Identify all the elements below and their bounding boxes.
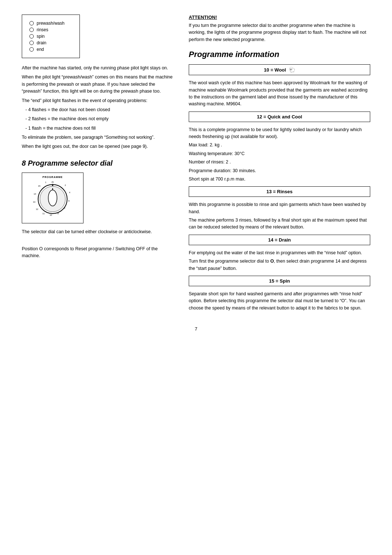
svg-text:1: 1 [45,181,46,183]
pilot-light-item: spin [29,34,72,39]
prog-13-description: With this programme is possible to rinse… [189,201,370,231]
pilot-light-item: prewash/wash [29,21,72,26]
pilot-light-item: end [29,47,72,52]
prog-13-label: 13 = Rinses [266,189,293,194]
left-paragraph: When the pilot light “prewash/wash” come… [22,74,174,95]
prog-12-desc-line: This is a complete programme to be used … [189,126,370,141]
left-paragraph: After the machine has started, only the … [22,65,174,72]
prog-14-desc-line: Turn first the programme selector dial t… [189,258,370,272]
svg-text:2: 2 [65,184,66,186]
section8-heading: 8 Programme selector dial [22,159,174,167]
attention-heading: ATTENTION! [189,15,370,20]
svg-text:13: 13 [33,201,36,203]
svg-text:12: 12 [36,208,38,210]
dial-desc-2: Position O corresponds to Reset programm… [22,246,174,260]
prog-10-description: The wool wash cycle of this machine has … [189,80,370,108]
prog-12-desc-line: Max load: 2. kg . [189,142,370,149]
svg-text:11: 11 [42,212,45,215]
circle-icon [29,21,34,25]
svg-point-4 [48,190,57,206]
prog-12-desc-line: Washing temperature: 30°C [189,150,370,157]
prog-15-description: Separate short spin for hand washed garm… [189,291,370,312]
prog-10-desc-line: The wool wash cycle of this machine has … [189,80,370,108]
programme-info-heading: Programme information [189,50,370,59]
dial-svg: O 2 4 6 8 9 10 11 12 13 14 15 1 [29,178,76,218]
svg-text:14: 14 [34,193,36,195]
pilot-light-label: drain [37,40,46,45]
wool-icon: 🐑 [289,67,295,73]
prog-15-desc-line: Separate short spin for hand washed garm… [189,291,370,312]
programmes-container: 10 = Wool🐑The wool wash cycle of this ma… [189,64,370,312]
dial-desc-1: The selector dial can be turned either c… [22,228,174,235]
page-number: 7 [22,326,370,332]
pilot-light-label: rinses [37,27,48,32]
prog-12-box: 12 = Quick and Cool [189,112,370,122]
prog-15-label: 15 = Spin [269,278,290,284]
left-paragraph: The “end” pilot light flashes in the eve… [22,97,174,104]
right-column: ATTENTION! If you turn the programme sel… [189,15,370,315]
prog-14-desc-line: For emptying out the water of the last r… [189,250,370,256]
svg-text:9: 9 [57,212,59,215]
svg-text:10: 10 [50,214,52,216]
prog-13-desc-line: The machine performs 3 rinses, followed … [189,217,370,231]
svg-point-18 [52,185,53,186]
left-text-block: After the machine has started, only the … [22,65,174,150]
prog-14-box: 14 = Drain [189,235,370,245]
pilot-light-item: rinses [29,27,72,32]
pilot-light-box: prewash/washrinsesspindrainend [22,15,80,58]
pilot-light-item: drain [29,40,72,45]
prog-12-desc-line: Number of rinses: 2 . [189,159,370,166]
page-container: prewash/washrinsesspindrainend After the… [22,15,370,315]
left-paragraph: - 1 flash = the machine does not fill [25,125,174,132]
left-paragraph: To eliminate the problem, see paragraph … [22,134,174,141]
pilot-light-label: spin [37,34,45,39]
prog-13-box: 13 = Rinses [189,186,370,197]
left-column: prewash/washrinsesspindrainend After the… [22,15,174,315]
prog-12-desc-line: Short spin at 700 r.p.m max. [189,176,370,183]
svg-text:O: O [52,181,54,183]
circle-icon [29,47,34,52]
dial-label: PROGRAMME [42,176,63,178]
dial-box: PROGRAMME O 2 4 6 8 9 10 [22,173,83,223]
prog-15-box: 15 = Spin [189,276,370,286]
prog-12-label: 12 = Quick and Cool [257,114,302,119]
prog-14-label: 14 = Drain [268,237,291,243]
prog-14-description: For emptying out the water of the last r… [189,250,370,272]
prog-13-desc-line: With this programme is possible to rinse… [189,201,370,215]
left-paragraph: - 4 flashes = the door has not been clos… [25,106,174,113]
circle-icon [29,41,34,45]
prog-10-label: 10 = Wool [264,67,286,73]
svg-text:6: 6 [68,200,70,202]
left-paragraph: - 2 flashes = the machine does not empty [25,116,174,122]
pilot-light-label: prewash/wash [37,21,65,26]
dial-description: The selector dial can be turned either c… [22,228,174,260]
circle-icon [29,34,34,39]
svg-text:8: 8 [64,207,65,209]
left-paragraph: When the light goes out, the door can be… [22,143,174,150]
circle-icon [29,28,34,32]
prog-12-desc-line: Programme duration: 30 minutes. [189,167,370,174]
svg-text:15: 15 [38,185,41,187]
attention-text: If you turn the programme selector dial … [189,22,370,43]
svg-text:4: 4 [69,191,70,194]
prog-10-box: 10 = Wool🐑 [189,64,370,75]
pilot-light-label: end [37,47,44,52]
prog-12-description: This is a complete programme to be used … [189,126,370,183]
